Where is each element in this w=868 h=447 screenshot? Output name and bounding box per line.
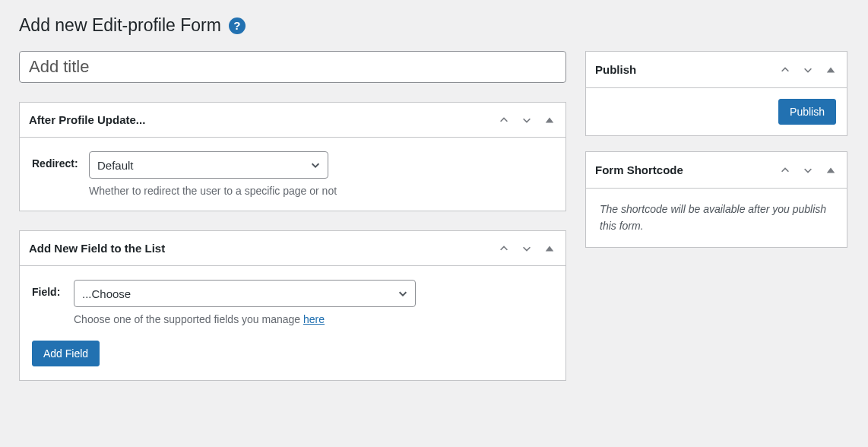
publish-button[interactable]: Publish xyxy=(778,99,836,125)
collapse-icon[interactable] xyxy=(824,63,838,77)
move-down-icon[interactable] xyxy=(520,242,534,255)
field-select[interactable]: ...Choose xyxy=(74,280,416,307)
shortcode-message: The shortcode will be available after yo… xyxy=(586,189,847,247)
panel-title: Form Shortcode xyxy=(595,163,683,176)
help-icon[interactable]: ? xyxy=(229,17,246,34)
panel-publish: Publish Publish xyxy=(585,51,847,136)
move-up-icon[interactable] xyxy=(497,113,511,127)
panel-title: Publish xyxy=(595,63,636,76)
move-up-icon[interactable] xyxy=(778,163,792,177)
panel-form-shortcode: Form Shortcode The shortcode will be ava… xyxy=(585,151,847,248)
redirect-help-text: Whether to redirect the user to a specif… xyxy=(89,185,553,197)
collapse-icon[interactable] xyxy=(824,163,838,177)
redirect-select[interactable]: Default xyxy=(89,151,328,179)
move-up-icon[interactable] xyxy=(497,242,511,255)
collapse-icon[interactable] xyxy=(543,242,556,255)
move-down-icon[interactable] xyxy=(801,63,815,77)
field-help-text: Choose one of the supported fields you m… xyxy=(74,313,553,325)
redirect-label: Redirect: xyxy=(32,151,81,170)
page-title: Add new Edit-profile Form xyxy=(19,15,221,36)
move-up-icon[interactable] xyxy=(778,63,792,77)
panel-after-profile-update: After Profile Update... Redirect: xyxy=(19,102,566,211)
move-down-icon[interactable] xyxy=(520,113,534,127)
panel-title: After Profile Update... xyxy=(29,113,145,126)
move-down-icon[interactable] xyxy=(801,163,815,177)
collapse-icon[interactable] xyxy=(543,113,556,127)
manage-fields-link[interactable]: here xyxy=(303,313,325,325)
add-field-button[interactable]: Add Field xyxy=(32,341,100,366)
panel-title: Add New Field to the List xyxy=(29,242,165,255)
field-label: Field: xyxy=(32,280,66,298)
panel-add-new-field: Add New Field to the List Field: xyxy=(19,230,566,381)
title-input[interactable] xyxy=(19,51,566,83)
